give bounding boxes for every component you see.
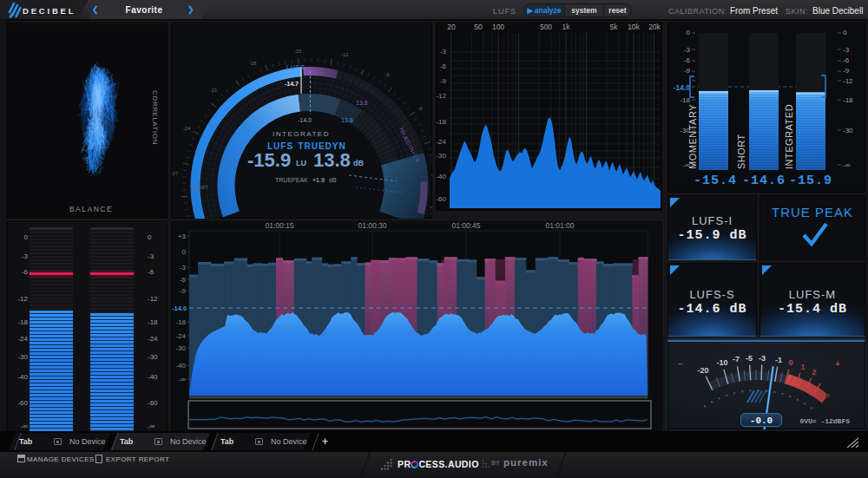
svg-text:-3: -3	[684, 46, 691, 54]
svg-text:-24: -24	[175, 332, 186, 340]
svg-text:100: 100	[492, 23, 504, 31]
svg-text:0: 0	[788, 358, 792, 367]
svg-text:01:00:45: 01:00:45	[451, 221, 480, 230]
svg-text:-1: -1	[775, 356, 782, 364]
svg-text:-9: -9	[385, 72, 390, 77]
svg-text:-60: -60	[436, 195, 446, 203]
svg-text:13.6: 13.6	[356, 100, 368, 106]
svg-text:-6: -6	[148, 268, 155, 276]
svg-text:0: 0	[843, 29, 847, 36]
svg-text:-60: -60	[148, 399, 158, 407]
svg-text:-6: -6	[684, 56, 691, 64]
svg-text:-15: -15	[294, 49, 302, 54]
svg-text:-6: -6	[418, 106, 423, 111]
svg-text:+1.9: +1.9	[312, 177, 325, 183]
svg-text:-12: -12	[148, 295, 158, 303]
svg-text:13.8: 13.8	[341, 117, 353, 123]
svg-text:dB: dB	[329, 177, 337, 183]
svg-text:-3: -3	[22, 252, 29, 260]
svg-text:0: 0	[148, 233, 152, 241]
svg-text:-18: -18	[148, 318, 158, 326]
svg-text:01:00:15: 01:00:15	[265, 221, 293, 230]
svg-text:-18: -18	[249, 61, 257, 66]
svg-text:-6: -6	[440, 62, 447, 70]
svg-text:+: +	[835, 359, 840, 369]
svg-text:-5: -5	[746, 354, 753, 363]
svg-text:-18: -18	[175, 318, 186, 326]
svg-text:-24: -24	[436, 138, 446, 146]
svg-text:0: 0	[24, 233, 29, 241]
svg-text:13.8: 13.8	[313, 149, 351, 171]
svg-text:-40: -40	[175, 362, 186, 370]
svg-text:-20: -20	[697, 366, 708, 375]
svg-text:01:00:30: 01:00:30	[358, 221, 386, 230]
svg-text:0: 0	[182, 248, 187, 256]
svg-text:-30: -30	[17, 353, 28, 361]
svg-text:-3: -3	[759, 354, 766, 363]
svg-text:-∞: -∞	[843, 161, 851, 169]
svg-text:-6: -6	[843, 56, 850, 64]
svg-text:-18: -18	[436, 118, 446, 126]
svg-text:20: 20	[447, 23, 456, 31]
svg-text:-12: -12	[341, 52, 349, 57]
svg-text:-24: -24	[17, 335, 28, 343]
svg-text:-24: -24	[148, 335, 158, 343]
svg-text:-30: -30	[436, 152, 446, 160]
svg-text:LUFS: LUFS	[286, 64, 306, 70]
svg-text:-30: -30	[175, 218, 183, 219]
svg-text:INTEGRATED: INTEGRATED	[784, 104, 794, 169]
svg-text:-∞: -∞	[148, 422, 155, 430]
svg-text:-3: -3	[440, 48, 447, 56]
svg-text:LU: LU	[296, 159, 306, 167]
svg-text:-18: -18	[680, 96, 690, 104]
svg-text:-3: -3	[148, 252, 155, 260]
svg-text:−: −	[678, 359, 683, 369]
svg-text:-60: -60	[17, 399, 28, 407]
svg-text:INTEGRATED: INTEGRATED	[273, 130, 330, 138]
svg-text:-∞: -∞	[21, 422, 29, 430]
svg-text:-10: -10	[716, 358, 727, 367]
svg-text:-18: -18	[17, 318, 28, 326]
svg-text:SHORT: SHORT	[736, 134, 746, 169]
svg-text:-15.4: -15.4	[694, 174, 737, 188]
svg-text:-6: -6	[22, 268, 29, 276]
svg-text:SHORT: SHORT	[190, 185, 208, 190]
svg-text:-14.7: -14.7	[285, 81, 299, 87]
svg-text:0VU= -12dBFS: 0VU= -12dBFS	[799, 417, 850, 425]
svg-text:01:01:00: 01:01:00	[545, 221, 574, 230]
svg-text:-40: -40	[436, 173, 446, 180]
svg-text:-30: -30	[843, 127, 853, 134]
svg-text:-15.9: -15.9	[789, 174, 832, 188]
svg-text:+3: +3	[178, 232, 187, 240]
svg-text:-27: -27	[171, 171, 179, 176]
svg-text:-14.0: -14.0	[172, 304, 187, 312]
svg-text:MOMENTARY: MOMENTARY	[687, 104, 698, 169]
svg-text:-12: -12	[843, 77, 853, 85]
svg-text:-9: -9	[684, 67, 691, 75]
svg-text:2: 2	[812, 368, 816, 377]
svg-text:-14.0: -14.0	[298, 117, 312, 123]
svg-text:-9: -9	[180, 287, 187, 295]
svg-text:-12: -12	[17, 295, 28, 303]
svg-text:-12: -12	[436, 92, 446, 100]
svg-text:-6: -6	[180, 276, 187, 284]
svg-text:1: 1	[800, 363, 805, 371]
svg-text:-7: -7	[733, 355, 740, 363]
svg-text:10k: 10k	[628, 23, 640, 31]
svg-text:-24: -24	[183, 126, 191, 131]
svg-text:-9: -9	[440, 77, 447, 85]
svg-text:5k: 5k	[610, 23, 619, 31]
svg-text:1k: 1k	[562, 23, 571, 31]
svg-text:TRUEPEAK: TRUEPEAK	[275, 177, 308, 183]
svg-text:-3: -3	[843, 46, 850, 54]
svg-text:50: 50	[474, 23, 483, 31]
svg-text:-18: -18	[843, 96, 853, 104]
svg-text:20k: 20k	[648, 23, 661, 31]
svg-text:-∞: -∞	[179, 376, 187, 383]
svg-text:-21: -21	[210, 88, 218, 93]
svg-text:dB: dB	[353, 159, 364, 167]
svg-text:-14.6: -14.6	[742, 174, 786, 188]
svg-text:15.6: 15.6	[276, 107, 288, 113]
svg-text:-15.9: -15.9	[247, 149, 291, 171]
svg-text:-40: -40	[148, 373, 158, 381]
